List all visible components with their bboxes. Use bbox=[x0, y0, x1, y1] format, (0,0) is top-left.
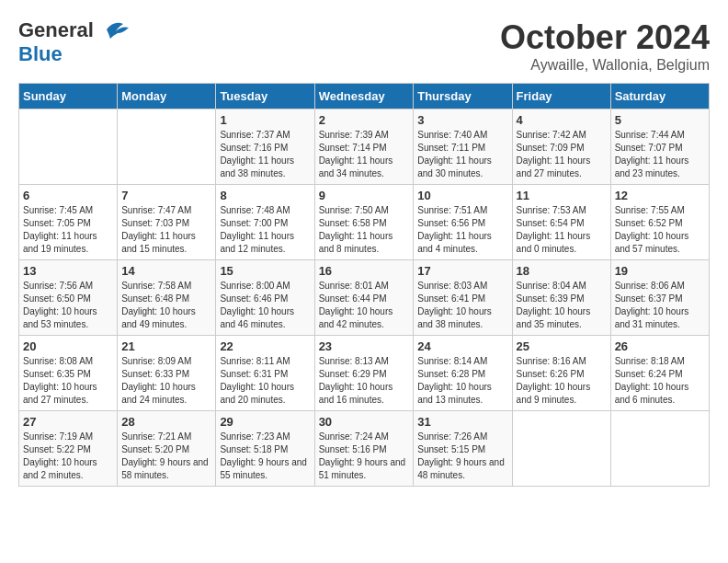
day-detail: Sunrise: 8:13 AM Sunset: 6:29 PM Dayligh… bbox=[319, 355, 410, 407]
logo-general: General bbox=[18, 18, 94, 42]
calendar-cell: 2Sunrise: 7:39 AM Sunset: 7:14 PM Daylig… bbox=[314, 109, 414, 185]
day-detail: Sunrise: 7:47 AM Sunset: 7:03 PM Dayligh… bbox=[121, 204, 211, 256]
day-detail: Sunrise: 7:40 AM Sunset: 7:11 PM Dayligh… bbox=[417, 129, 507, 180]
day-number: 9 bbox=[319, 189, 410, 202]
day-detail: Sunrise: 8:00 AM Sunset: 6:46 PM Dayligh… bbox=[220, 280, 310, 331]
day-detail: Sunrise: 7:55 AM Sunset: 6:52 PM Dayligh… bbox=[615, 204, 705, 256]
day-number: 21 bbox=[121, 339, 211, 353]
calendar-cell: 10Sunrise: 7:51 AM Sunset: 6:56 PM Dayli… bbox=[414, 185, 512, 260]
location-subtitle: Aywaille, Wallonia, Belgium bbox=[500, 57, 710, 74]
day-detail: Sunrise: 7:39 AM Sunset: 7:14 PM Dayligh… bbox=[319, 129, 410, 180]
day-detail: Sunrise: 7:56 AM Sunset: 6:50 PM Dayligh… bbox=[23, 280, 113, 331]
day-detail: Sunrise: 7:26 AM Sunset: 5:15 PM Dayligh… bbox=[417, 431, 507, 482]
day-detail: Sunrise: 8:18 AM Sunset: 6:24 PM Dayligh… bbox=[615, 355, 705, 407]
col-wednesday: Wednesday bbox=[314, 84, 414, 109]
calendar-cell: 20Sunrise: 8:08 AM Sunset: 6:35 PM Dayli… bbox=[19, 336, 118, 411]
col-friday: Friday bbox=[512, 84, 610, 109]
calendar-cell: 4Sunrise: 7:42 AM Sunset: 7:09 PM Daylig… bbox=[512, 109, 610, 185]
day-number: 30 bbox=[319, 415, 410, 429]
calendar-cell: 17Sunrise: 8:03 AM Sunset: 6:41 PM Dayli… bbox=[414, 260, 512, 336]
day-number: 7 bbox=[121, 189, 211, 202]
day-detail: Sunrise: 8:08 AM Sunset: 6:35 PM Dayligh… bbox=[23, 355, 113, 407]
day-detail: Sunrise: 7:23 AM Sunset: 5:18 PM Dayligh… bbox=[220, 431, 310, 482]
calendar-cell: 27Sunrise: 7:19 AM Sunset: 5:22 PM Dayli… bbox=[19, 411, 118, 487]
calendar-cell: 29Sunrise: 7:23 AM Sunset: 5:18 PM Dayli… bbox=[216, 411, 314, 487]
day-detail: Sunrise: 7:44 AM Sunset: 7:07 PM Dayligh… bbox=[615, 129, 705, 180]
calendar-cell bbox=[19, 109, 118, 185]
day-number: 27 bbox=[23, 415, 113, 429]
day-detail: Sunrise: 8:16 AM Sunset: 6:26 PM Dayligh… bbox=[517, 355, 607, 407]
day-number: 8 bbox=[220, 189, 310, 202]
day-number: 29 bbox=[220, 415, 310, 429]
day-detail: Sunrise: 7:24 AM Sunset: 5:16 PM Dayligh… bbox=[319, 431, 410, 482]
day-number: 3 bbox=[417, 113, 507, 127]
day-number: 25 bbox=[517, 339, 607, 353]
day-number: 11 bbox=[517, 189, 607, 202]
day-detail: Sunrise: 8:11 AM Sunset: 6:31 PM Dayligh… bbox=[220, 355, 310, 407]
header-row: Sunday Monday Tuesday Wednesday Thursday… bbox=[19, 84, 710, 109]
week-row-5: 27Sunrise: 7:19 AM Sunset: 5:22 PM Dayli… bbox=[19, 411, 710, 487]
week-row-4: 20Sunrise: 8:08 AM Sunset: 6:35 PM Dayli… bbox=[19, 336, 710, 411]
day-number: 2 bbox=[319, 113, 410, 127]
logo-blue: Blue bbox=[18, 42, 63, 65]
day-number: 20 bbox=[23, 339, 113, 353]
day-detail: Sunrise: 7:19 AM Sunset: 5:22 PM Dayligh… bbox=[23, 431, 113, 482]
calendar-cell: 9Sunrise: 7:50 AM Sunset: 6:58 PM Daylig… bbox=[314, 185, 414, 260]
calendar-cell: 31Sunrise: 7:26 AM Sunset: 5:15 PM Dayli… bbox=[414, 411, 512, 487]
day-detail: Sunrise: 7:21 AM Sunset: 5:20 PM Dayligh… bbox=[121, 431, 211, 482]
week-row-2: 6Sunrise: 7:45 AM Sunset: 7:05 PM Daylig… bbox=[19, 185, 710, 260]
col-saturday: Saturday bbox=[610, 84, 709, 109]
calendar-cell: 3Sunrise: 7:40 AM Sunset: 7:11 PM Daylig… bbox=[414, 109, 512, 185]
calendar-table: Sunday Monday Tuesday Wednesday Thursday… bbox=[18, 83, 710, 487]
col-thursday: Thursday bbox=[414, 84, 512, 109]
calendar-cell: 18Sunrise: 8:04 AM Sunset: 6:39 PM Dayli… bbox=[512, 260, 610, 336]
calendar-cell: 8Sunrise: 7:48 AM Sunset: 7:00 PM Daylig… bbox=[216, 185, 314, 260]
day-detail: Sunrise: 8:04 AM Sunset: 6:39 PM Dayligh… bbox=[517, 280, 607, 331]
day-number: 10 bbox=[417, 189, 507, 202]
day-number: 13 bbox=[23, 264, 113, 278]
day-detail: Sunrise: 7:42 AM Sunset: 7:09 PM Dayligh… bbox=[517, 129, 607, 180]
col-tuesday: Tuesday bbox=[216, 84, 314, 109]
calendar-cell bbox=[610, 411, 709, 487]
day-number: 22 bbox=[220, 339, 310, 353]
day-detail: Sunrise: 7:50 AM Sunset: 6:58 PM Dayligh… bbox=[319, 204, 410, 256]
calendar-cell: 11Sunrise: 7:53 AM Sunset: 6:54 PM Dayli… bbox=[512, 185, 610, 260]
day-number: 23 bbox=[319, 339, 410, 353]
logo-bird-icon bbox=[97, 20, 131, 40]
calendar-cell: 1Sunrise: 7:37 AM Sunset: 7:16 PM Daylig… bbox=[216, 109, 314, 185]
calendar-cell: 13Sunrise: 7:56 AM Sunset: 6:50 PM Dayli… bbox=[19, 260, 118, 336]
day-number: 24 bbox=[417, 339, 507, 353]
calendar-cell: 21Sunrise: 8:09 AM Sunset: 6:33 PM Dayli… bbox=[118, 336, 216, 411]
week-row-1: 1Sunrise: 7:37 AM Sunset: 7:16 PM Daylig… bbox=[19, 109, 710, 185]
calendar-cell: 7Sunrise: 7:47 AM Sunset: 7:03 PM Daylig… bbox=[118, 185, 216, 260]
calendar-cell: 22Sunrise: 8:11 AM Sunset: 6:31 PM Dayli… bbox=[216, 336, 314, 411]
col-sunday: Sunday bbox=[19, 84, 118, 109]
day-number: 4 bbox=[517, 113, 607, 127]
day-number: 18 bbox=[517, 264, 607, 278]
day-detail: Sunrise: 7:58 AM Sunset: 6:48 PM Dayligh… bbox=[121, 280, 211, 331]
day-detail: Sunrise: 8:06 AM Sunset: 6:37 PM Dayligh… bbox=[615, 280, 705, 331]
calendar-cell: 5Sunrise: 7:44 AM Sunset: 7:07 PM Daylig… bbox=[610, 109, 709, 185]
day-number: 5 bbox=[615, 113, 705, 127]
day-number: 16 bbox=[319, 264, 410, 278]
calendar-cell bbox=[118, 109, 216, 185]
title-block: October 2024 Aywaille, Wallonia, Belgium bbox=[500, 18, 710, 74]
calendar-body: 1Sunrise: 7:37 AM Sunset: 7:16 PM Daylig… bbox=[19, 109, 710, 487]
page-header: General Blue October 2024 Aywaille, Wall… bbox=[18, 18, 710, 74]
calendar-cell: 6Sunrise: 7:45 AM Sunset: 7:05 PM Daylig… bbox=[19, 185, 118, 260]
day-number: 26 bbox=[615, 339, 705, 353]
calendar-cell: 16Sunrise: 8:01 AM Sunset: 6:44 PM Dayli… bbox=[314, 260, 414, 336]
day-number: 12 bbox=[615, 189, 705, 202]
day-detail: Sunrise: 7:53 AM Sunset: 6:54 PM Dayligh… bbox=[517, 204, 607, 256]
calendar-cell: 25Sunrise: 8:16 AM Sunset: 6:26 PM Dayli… bbox=[512, 336, 610, 411]
day-number: 1 bbox=[220, 113, 310, 127]
day-number: 28 bbox=[121, 415, 211, 429]
week-row-3: 13Sunrise: 7:56 AM Sunset: 6:50 PM Dayli… bbox=[19, 260, 710, 336]
day-detail: Sunrise: 8:03 AM Sunset: 6:41 PM Dayligh… bbox=[417, 280, 507, 331]
calendar-cell: 23Sunrise: 8:13 AM Sunset: 6:29 PM Dayli… bbox=[314, 336, 414, 411]
calendar-header: Sunday Monday Tuesday Wednesday Thursday… bbox=[19, 84, 710, 109]
calendar-cell: 14Sunrise: 7:58 AM Sunset: 6:48 PM Dayli… bbox=[118, 260, 216, 336]
day-number: 17 bbox=[417, 264, 507, 278]
day-detail: Sunrise: 7:45 AM Sunset: 7:05 PM Dayligh… bbox=[23, 204, 113, 256]
calendar-cell: 12Sunrise: 7:55 AM Sunset: 6:52 PM Dayli… bbox=[610, 185, 709, 260]
